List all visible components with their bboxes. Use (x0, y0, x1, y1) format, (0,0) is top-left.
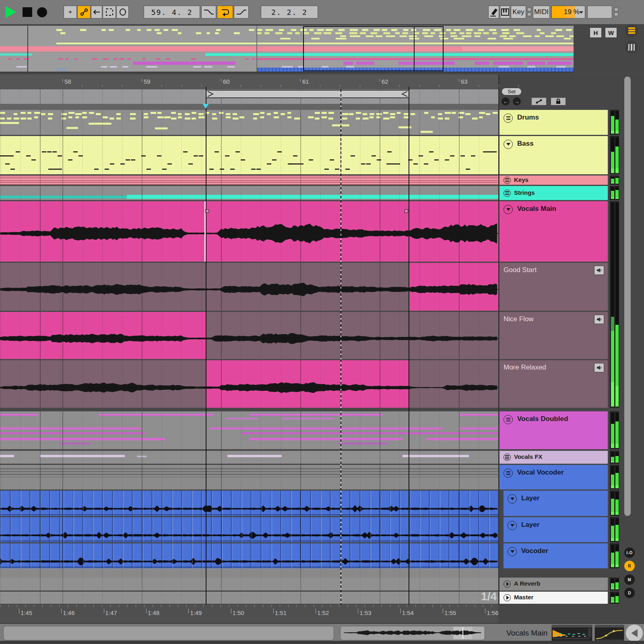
back-arrow-button[interactable] (91, 6, 102, 19)
track-content[interactable] (0, 592, 498, 604)
take-lane-nice-flow[interactable]: Nice Flow (500, 312, 608, 359)
track-header-drums[interactable]: Drums (500, 110, 608, 135)
punch-in-button[interactable] (201, 6, 216, 19)
audition-speaker-button[interactable] (594, 266, 604, 275)
fold-arrow-icon[interactable] (508, 494, 517, 504)
track-content[interactable] (0, 451, 498, 464)
draw-circle-button[interactable] (116, 6, 129, 19)
audition-speaker-button[interactable] (594, 363, 604, 372)
track-header-a-reverb[interactable]: A Reverb (500, 578, 608, 590)
vertical-scrollbar[interactable] (624, 76, 631, 516)
track-content[interactable] (0, 543, 498, 568)
mixer-columns-button[interactable] (625, 41, 638, 54)
track-content[interactable] (0, 175, 498, 185)
splitter-handle[interactable] (527, 8, 531, 11)
fold-arrow-icon[interactable] (504, 205, 513, 214)
track-menu-icon[interactable] (504, 190, 511, 197)
selection-end-line[interactable] (409, 87, 409, 605)
mixer-toggle-i-o[interactable]: I-O (624, 547, 635, 558)
mixer-toggle-d[interactable]: D (624, 588, 635, 598)
track-content[interactable] (0, 110, 498, 135)
track-content[interactable] (0, 411, 498, 449)
clip-overview[interactable] (340, 626, 485, 640)
fade-handle[interactable] (205, 209, 209, 213)
track-content[interactable] (0, 578, 498, 590)
track-header-bass[interactable]: Bass (500, 136, 608, 174)
track-content[interactable] (0, 136, 498, 174)
take-lane-content[interactable] (0, 263, 498, 311)
loop-button[interactable] (217, 6, 233, 19)
midi-map-button[interactable]: MIDI (533, 6, 550, 19)
play-arm-icon[interactable] (504, 580, 511, 588)
track-header-vocoder[interactable]: Vocoder (504, 543, 608, 568)
track-menu-icon[interactable] (504, 415, 513, 424)
track-content[interactable] (0, 517, 498, 542)
device-thumbnail-spectrum[interactable] (551, 625, 592, 642)
scrub-area[interactable] (0, 104, 498, 110)
loop-length-display[interactable]: 2. 2. 2 (261, 6, 318, 19)
splitter-handle[interactable] (614, 8, 618, 11)
insert-marker-top-icon[interactable] (202, 104, 209, 109)
loop-brace[interactable] (0, 89, 498, 104)
show-hide-detail-button[interactable] (625, 624, 643, 642)
key-map-button[interactable]: Key (511, 6, 526, 19)
fold-arrow-icon[interactable] (504, 140, 513, 149)
marquee-select-button[interactable] (103, 6, 116, 19)
horizontal-scrollbar[interactable] (3, 626, 334, 640)
track-header-layer[interactable]: Layer (504, 517, 608, 542)
track-header-master[interactable]: Master (500, 592, 608, 604)
take-lane-content[interactable] (0, 312, 498, 359)
playhead[interactable] (341, 89, 341, 605)
track-header-vocals-doubled[interactable]: Vocals Doubled (500, 411, 608, 449)
play-button[interactable] (6, 6, 16, 18)
next-marker-button[interactable]: → (513, 97, 521, 105)
track-content[interactable] (0, 491, 498, 516)
beat-time-ruler[interactable]: 585960616263 (0, 74, 498, 89)
track-content[interactable] (0, 186, 498, 200)
stop-button[interactable] (23, 7, 32, 17)
link-tracks-button[interactable] (531, 97, 547, 105)
splitter-handle[interactable] (614, 12, 618, 16)
record-button[interactable] (37, 7, 47, 17)
track-header-layer[interactable]: Layer (504, 491, 608, 516)
track-header-vocals-main[interactable]: Vocals Main (500, 201, 608, 262)
track-header-keys[interactable]: Keys (500, 175, 608, 185)
track-menu-icon[interactable] (504, 454, 511, 461)
fade-handle[interactable] (405, 209, 408, 213)
selection-start-line[interactable] (206, 87, 206, 605)
track-header-vocals-fx[interactable]: Vocals FX (500, 451, 608, 464)
track-content[interactable] (0, 201, 498, 262)
punch-out-button[interactable] (234, 6, 249, 19)
take-lane-content[interactable] (0, 360, 498, 408)
track-header-strings[interactable]: Strings (500, 186, 608, 200)
cpu-meter[interactable]: 19 % (551, 6, 585, 19)
splitter-handle[interactable] (527, 12, 531, 16)
loop-strip[interactable] (0, 89, 498, 104)
track-menu-icon[interactable] (504, 469, 513, 478)
set-marker-button[interactable]: Set (502, 88, 522, 95)
mixer-toggle-r[interactable]: R (624, 561, 635, 571)
track-menu-icon[interactable] (504, 114, 513, 123)
track-header-vocal-vocoder[interactable]: Vocal Vocoder (500, 465, 608, 489)
fold-arrow-icon[interactable] (508, 547, 517, 556)
hide-tracks-button[interactable]: H (590, 27, 602, 38)
take-lane-good-start[interactable]: Good Start (500, 263, 608, 311)
take-lane-more-relaxed[interactable]: More Relaxed (500, 360, 608, 408)
device-thumbnail-eq[interactable] (594, 625, 624, 642)
lock-button[interactable] (551, 97, 566, 105)
mixer-toggle-m[interactable]: M (624, 574, 635, 585)
width-zoom-button[interactable]: W (605, 27, 617, 38)
audition-speaker-button[interactable] (594, 315, 604, 324)
fold-arrow-icon[interactable] (508, 521, 517, 530)
arrangement-position-display[interactable]: 59. 4. 2 (144, 6, 200, 19)
arrangement-overview[interactable] (0, 26, 574, 72)
play-arm-icon[interactable] (504, 594, 511, 601)
track-content[interactable] (0, 568, 498, 578)
link-follow-button[interactable] (77, 6, 91, 19)
draw-mode-button[interactable] (488, 6, 499, 19)
prev-marker-button[interactable]: ← (502, 97, 510, 105)
pencil-add-button[interactable]: + (64, 6, 77, 19)
track-menu-icon[interactable] (504, 177, 511, 184)
hamburger-menu-button[interactable] (625, 24, 638, 37)
computer-midi-keyboard-button[interactable] (500, 6, 510, 19)
